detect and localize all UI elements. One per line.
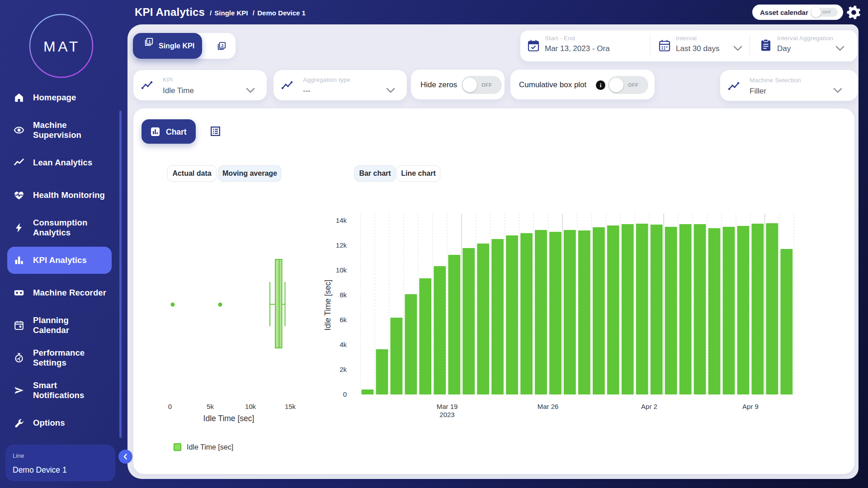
- svg-text:10k: 10k: [245, 403, 256, 410]
- svg-text:4k: 4k: [340, 341, 347, 348]
- svg-text:14k: 14k: [336, 216, 347, 224]
- svg-text:5k: 5k: [207, 403, 214, 410]
- svg-text:8k: 8k: [340, 291, 347, 299]
- svg-text:2: 2: [221, 43, 224, 48]
- svg-text:0: 0: [343, 390, 347, 398]
- svg-text:12k: 12k: [336, 241, 347, 249]
- svg-text:Apr 2: Apr 2: [641, 403, 657, 410]
- svg-text:Idle Time [sec]: Idle Time [sec]: [323, 280, 332, 331]
- svg-text:2k: 2k: [340, 366, 347, 373]
- svg-text:0: 0: [168, 403, 172, 410]
- svg-text:Idle Time [sec]: Idle Time [sec]: [187, 443, 233, 451]
- svg-text:2023: 2023: [439, 411, 454, 418]
- svg-text:6k: 6k: [340, 316, 347, 324]
- svg-text:1: 1: [148, 39, 151, 44]
- svg-text:Mar 19: Mar 19: [437, 403, 458, 410]
- svg-text:Mar 26: Mar 26: [538, 403, 559, 410]
- svg-text:Idle Time [sec]: Idle Time [sec]: [203, 414, 255, 423]
- svg-text:Apr 9: Apr 9: [742, 403, 759, 410]
- svg-text:10k: 10k: [336, 266, 347, 274]
- svg-text:MAT: MAT: [43, 38, 80, 55]
- svg-text:15k: 15k: [285, 403, 296, 410]
